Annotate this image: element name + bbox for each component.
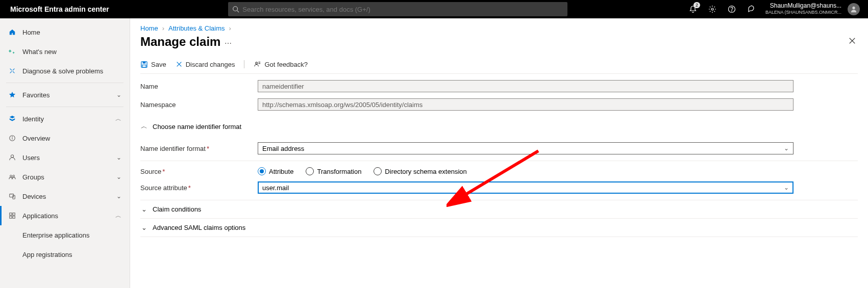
feedback-button[interactable]: Got feedback? (254, 61, 308, 68)
label-source: Source* (140, 168, 258, 175)
sidebar-item-favorites[interactable]: Favorites ⌄ (0, 85, 130, 104)
breadcrumb-attrs[interactable]: Attributes & Claims (168, 24, 225, 32)
settings-button[interactable] (704, 1, 721, 17)
user-icon (8, 154, 16, 161)
brand-title: Microsoft Entra admin center (4, 5, 115, 13)
svg-point-5 (852, 7, 855, 9)
name-input[interactable] (258, 80, 793, 92)
discard-button[interactable]: Discard changes (176, 61, 235, 68)
sidebar-label-overview: Overview (22, 135, 121, 142)
radio-attribute[interactable]: Attribute (258, 167, 293, 175)
row-name: Name (140, 80, 858, 92)
sidebar-item-devices[interactable]: Devices ⌄ (0, 187, 130, 206)
radio-icon (374, 167, 382, 175)
apps-icon (8, 212, 16, 219)
notifications-button[interactable]: 2 (685, 1, 701, 17)
sidebar-label-groups: Groups (22, 173, 110, 181)
discard-label: Discard changes (186, 61, 235, 68)
search-wrap (115, 2, 681, 16)
info-icon (8, 135, 16, 142)
namespace-input[interactable] (258, 98, 793, 111)
chevron-down-icon: ⌄ (116, 91, 121, 98)
sidebar-divider (6, 83, 123, 83)
svg-point-9 (11, 155, 13, 158)
radio-dse[interactable]: Directory schema extension (374, 167, 466, 175)
more-button[interactable]: ⋯ (225, 39, 232, 47)
sidebar-label-devices: Devices (22, 193, 110, 200)
radio-label-attribute: Attribute (269, 168, 293, 175)
sidebar-item-whats-new[interactable]: What's new (0, 42, 130, 61)
svg-point-25 (256, 62, 258, 64)
title-bar: Manage claim ⋯ (140, 34, 858, 49)
sidebar-label-favorites: Favorites (22, 91, 110, 99)
close-button[interactable] (847, 34, 858, 49)
label-name: Name (140, 83, 258, 90)
sidebar-item-diagnose[interactable]: Diagnose & solve problems (0, 61, 130, 81)
svg-rect-22 (142, 65, 146, 67)
feedback-button[interactable] (743, 1, 759, 17)
main-content: Home › Attributes & Claims › Manage clai… (130, 18, 868, 288)
topbar-actions: 2 ShaunMulligan@shauns... BALENA (SHAUNS… (681, 1, 864, 17)
svg-point-8 (12, 137, 13, 137)
sidebar-divider (6, 107, 123, 107)
identity-icon (8, 115, 16, 122)
expander-label: Claim conditions (153, 205, 201, 213)
label-nif: Name identifier format* (140, 145, 258, 152)
user-info[interactable]: ShaunMulligan@shauns... BALENA (SHAUNSAN… (762, 3, 845, 16)
svg-point-2 (711, 8, 713, 10)
expander-choose-format[interactable]: ︿ Choose name identifier format (140, 117, 858, 136)
expander-claim-conditions[interactable]: ⌄ Claim conditions (140, 200, 858, 219)
sidebar-label-enterprise-apps: Enterprise applications (22, 231, 121, 239)
radio-icon (258, 167, 266, 175)
chevron-down-icon: ⌄ (140, 224, 147, 231)
star-icon (8, 91, 16, 98)
sidebar-item-overview[interactable]: Overview (0, 128, 130, 148)
sidebar-label-applications: Applications (22, 212, 109, 220)
divider (140, 161, 858, 161)
breadcrumb-home[interactable]: Home (140, 24, 158, 32)
radio-icon (306, 167, 314, 175)
save-button[interactable]: Save (140, 61, 166, 68)
sidebar-item-groups[interactable]: Groups ⌄ (0, 167, 130, 187)
top-bar: Microsoft Entra admin center 2 ShaunMull… (0, 0, 868, 18)
row-source-attr: Source attribute* user.mail ⌄ (140, 181, 858, 194)
chevron-up-icon: ︿ (115, 212, 121, 220)
svg-rect-16 (10, 216, 12, 218)
chevron-up-icon: ︿ (140, 122, 147, 131)
sidebar-label-whats-new: What's new (22, 48, 121, 56)
expander-advanced[interactable]: ⌄ Advanced SAML claims options (140, 219, 858, 237)
groups-icon (8, 173, 16, 180)
breadcrumb: Home › Attributes & Claims › (140, 24, 858, 32)
sidebar-item-applications[interactable]: Applications ︿ (0, 206, 130, 225)
nif-select[interactable]: Email address ⌄ (258, 142, 793, 154)
source-attr-select[interactable]: user.mail ⌄ (258, 181, 793, 194)
sidebar-item-home[interactable]: Home (0, 22, 130, 42)
sidebar-label-diagnose: Diagnose & solve problems (22, 67, 121, 75)
radio-transformation[interactable]: Transformation (306, 167, 361, 175)
help-button[interactable] (724, 1, 740, 17)
avatar[interactable] (848, 3, 860, 15)
search-icon (232, 6, 239, 13)
user-email: ShaunMulligan@shauns... (770, 3, 841, 9)
sidebar-item-users[interactable]: Users ⌄ (0, 148, 130, 167)
search-input[interactable] (242, 6, 563, 13)
expander-label: Advanced SAML claims options (153, 224, 245, 231)
sidebar-item-identity[interactable]: Identity ︿ (0, 109, 130, 128)
source-attr-value: user.mail (262, 184, 289, 192)
sidebar-label-app-registrations: App registrations (22, 251, 121, 258)
radio-label-dse: Directory schema extension (385, 168, 466, 175)
sidebar-label-users: Users (22, 154, 110, 162)
sidebar-item-app-registrations[interactable]: App registrations (0, 245, 130, 264)
chevron-down-icon: ⌄ (784, 145, 789, 152)
row-source: Source* Attribute Transformation Directo… (140, 167, 858, 175)
user-tenant: BALENA (SHAUNSANBS.ONMICR... (765, 9, 841, 16)
toolbar-divider (244, 60, 244, 68)
svg-point-0 (233, 7, 238, 11)
source-radio-group: Attribute Transformation Directory schem… (258, 167, 793, 175)
sparkle-icon (8, 48, 16, 55)
expander-label: Choose name identifier format (153, 123, 241, 130)
sidebar-item-enterprise-apps[interactable]: Enterprise applications (0, 225, 130, 245)
global-search[interactable] (228, 2, 567, 16)
save-label: Save (151, 61, 166, 68)
annotation-arrow (447, 146, 549, 207)
